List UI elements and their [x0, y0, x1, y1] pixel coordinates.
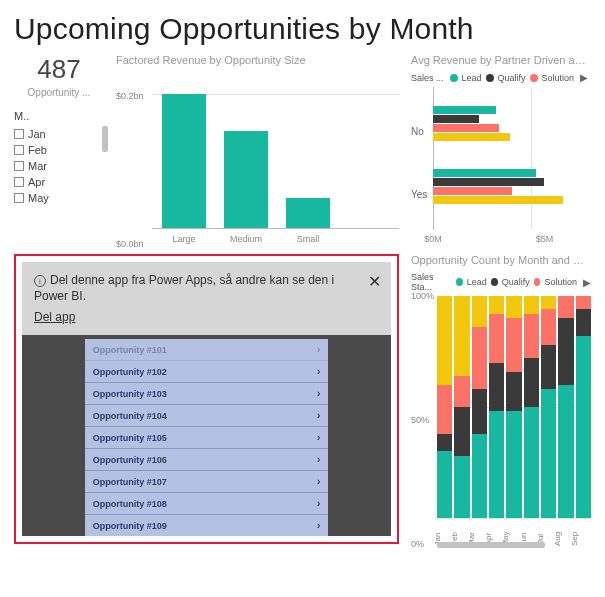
- share-app-link[interactable]: Del app: [34, 310, 75, 324]
- bar-segment[interactable]: [437, 296, 452, 385]
- stacked-column[interactable]: [558, 296, 573, 518]
- stacked-column[interactable]: [454, 296, 469, 518]
- bar-segment[interactable]: [472, 296, 487, 327]
- y-category: No: [411, 125, 424, 136]
- bar-segment[interactable]: [472, 327, 487, 389]
- bar-segment[interactable]: [524, 296, 539, 314]
- bar-segment[interactable]: [454, 376, 469, 407]
- bar-segment[interactable]: [541, 309, 556, 345]
- bar-segment[interactable]: [576, 296, 591, 309]
- checkbox-icon[interactable]: [14, 129, 24, 139]
- list-item-label: Opportunity #101: [93, 345, 167, 355]
- bar-segment[interactable]: [524, 314, 539, 358]
- chart-scrollbar[interactable]: [437, 542, 545, 548]
- bar-segment[interactable]: [506, 318, 521, 371]
- list-item[interactable]: Opportunity #103›: [85, 383, 329, 405]
- bar-segment[interactable]: [576, 309, 591, 336]
- stacked-column[interactable]: [506, 296, 521, 518]
- bar-segment[interactable]: [506, 296, 521, 318]
- bar-segment[interactable]: [489, 314, 504, 363]
- list-item-label: Opportunity #108: [93, 499, 167, 509]
- bar-segment[interactable]: [472, 434, 487, 518]
- slicer-item-apr[interactable]: Apr: [14, 174, 104, 190]
- checkbox-icon[interactable]: [14, 161, 24, 171]
- bar-small[interactable]: [286, 198, 330, 228]
- legend-more-icon[interactable]: ▶: [583, 277, 591, 288]
- chevron-right-icon: ›: [317, 388, 320, 399]
- list-item[interactable]: Opportunity #107›: [85, 471, 329, 493]
- x-tick: Sep: [569, 530, 595, 547]
- month-slicer[interactable]: Jan Feb Mar Apr May: [14, 126, 104, 206]
- x-tick: Medium: [224, 234, 268, 244]
- bar-segment[interactable]: [558, 296, 573, 318]
- hbar[interactable]: [433, 133, 510, 141]
- bar-segment[interactable]: [454, 296, 469, 376]
- legend[interactable]: Sales Sta... Lead Qualify Solution ▶: [411, 272, 591, 292]
- legend-item: Qualify: [498, 73, 526, 83]
- chart-opportunity-count[interactable]: Opportunity Count by Month and Sales Sta…: [411, 254, 591, 544]
- bar-segment[interactable]: [437, 451, 452, 518]
- hbar[interactable]: [433, 169, 536, 177]
- hbar[interactable]: [433, 196, 563, 204]
- bar-segment[interactable]: [454, 456, 469, 518]
- chart-title: Avg Revenue by Partner Driven and ...: [411, 54, 591, 66]
- slicer-scrollbar[interactable]: [102, 126, 108, 152]
- stacked-column[interactable]: [541, 296, 556, 518]
- list-item[interactable]: Opportunity #104›: [85, 405, 329, 427]
- stacked-column[interactable]: [489, 296, 504, 518]
- chart-factored-revenue[interactable]: Factored Revenue by Opportunity Size $0.…: [116, 54, 399, 244]
- bar-segment[interactable]: [558, 318, 573, 385]
- bar-segment[interactable]: [489, 363, 504, 412]
- hbar[interactable]: [433, 106, 496, 114]
- list-item[interactable]: Opportunity #105›: [85, 427, 329, 449]
- bar-segment[interactable]: [576, 336, 591, 518]
- bar-segment[interactable]: [524, 407, 539, 518]
- list-item-label: Opportunity #109: [93, 521, 167, 531]
- bar-segment[interactable]: [437, 434, 452, 452]
- opportunity-list[interactable]: Opportunity #101› Opportunity #102› Oppo…: [85, 339, 329, 536]
- list-item[interactable]: Opportunity #106›: [85, 449, 329, 471]
- legend[interactable]: Sales ... Lead Qualify Solution ▶: [411, 72, 591, 83]
- close-icon[interactable]: ✕: [368, 272, 381, 291]
- bar-segment[interactable]: [541, 296, 556, 309]
- checkbox-icon[interactable]: [14, 193, 24, 203]
- bar-segment[interactable]: [506, 372, 521, 412]
- stacked-column[interactable]: [576, 296, 591, 518]
- chart-avg-revenue[interactable]: Avg Revenue by Partner Driven and ... Sa…: [411, 54, 591, 244]
- list-item-label: Opportunity #107: [93, 477, 167, 487]
- legend-item: Qualify: [502, 277, 530, 287]
- list-item[interactable]: Opportunity #102›: [85, 361, 329, 383]
- slicer-item-jan[interactable]: Jan: [14, 126, 104, 142]
- slicer-item-feb[interactable]: Feb: [14, 142, 104, 158]
- hbar[interactable]: [433, 187, 512, 195]
- bar-segment[interactable]: [489, 296, 504, 314]
- bar-segment[interactable]: [437, 385, 452, 434]
- bar-segment[interactable]: [524, 358, 539, 407]
- stacked-column[interactable]: [437, 296, 452, 518]
- bar-segment[interactable]: [541, 389, 556, 518]
- slicer-item-may[interactable]: May: [14, 190, 104, 206]
- stacked-column[interactable]: [524, 296, 539, 518]
- bar-segment[interactable]: [558, 385, 573, 518]
- list-item[interactable]: Opportunity #108›: [85, 493, 329, 515]
- hbar[interactable]: [433, 115, 479, 123]
- list-item[interactable]: Opportunity #101›: [85, 339, 329, 361]
- list-item[interactable]: Opportunity #109›: [85, 515, 329, 536]
- bar-large[interactable]: [162, 94, 206, 228]
- checkbox-icon[interactable]: [14, 177, 24, 187]
- slicer-item-mar[interactable]: Mar: [14, 158, 104, 174]
- bar-segment[interactable]: [489, 411, 504, 518]
- hbar[interactable]: [433, 124, 499, 132]
- bar-segment[interactable]: [506, 411, 521, 518]
- bar-segment[interactable]: [541, 345, 556, 389]
- bar-segment[interactable]: [472, 389, 487, 433]
- legend-more-icon[interactable]: ▶: [580, 72, 588, 83]
- stacked-column[interactable]: [472, 296, 487, 518]
- checkbox-icon[interactable]: [14, 145, 24, 155]
- hbar[interactable]: [433, 178, 544, 186]
- chevron-right-icon: ›: [317, 498, 320, 509]
- slicer-header[interactable]: M..: [14, 110, 104, 122]
- chevron-right-icon: ›: [317, 520, 320, 531]
- bar-segment[interactable]: [454, 407, 469, 456]
- bar-medium[interactable]: [224, 131, 268, 228]
